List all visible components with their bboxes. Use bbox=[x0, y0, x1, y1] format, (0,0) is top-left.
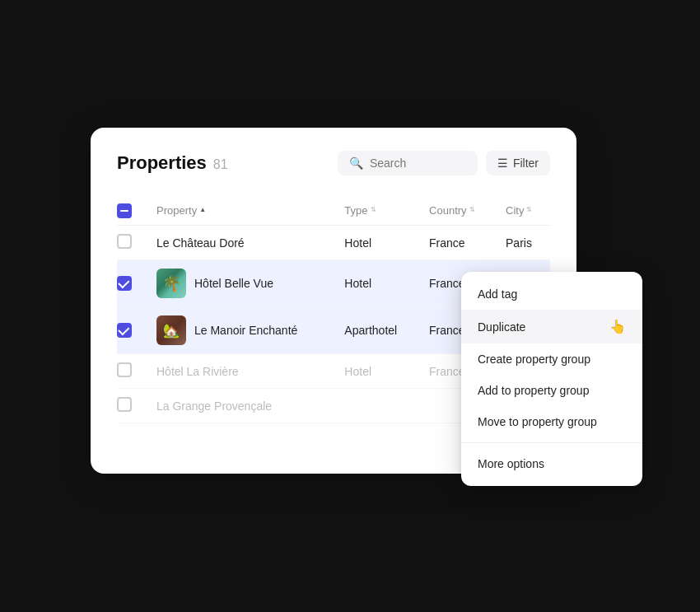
property-name: Hôtel Belle Vue bbox=[194, 277, 273, 290]
row-type-cell: Hotel bbox=[334, 260, 419, 307]
row-checkbox[interactable] bbox=[117, 234, 132, 249]
row-property-cell: Hôtel Belle Vue bbox=[147, 260, 334, 307]
col-country-label: Country bbox=[429, 204, 467, 217]
col-property[interactable]: Property ▲ bbox=[147, 195, 334, 226]
row-type-cell: Aparthotel bbox=[334, 307, 419, 354]
context-menu-add-tag[interactable]: Add tag bbox=[461, 278, 642, 310]
property-thumbnail bbox=[156, 269, 186, 298]
sort-icon-type: ⇅ bbox=[371, 207, 376, 213]
row-type-cell: Hotel bbox=[334, 354, 419, 389]
context-menu-add-tag-label: Add tag bbox=[478, 287, 517, 301]
search-input[interactable] bbox=[370, 157, 466, 170]
property-name: Le Château Doré bbox=[156, 236, 245, 250]
row-city-cell: Paris bbox=[496, 226, 550, 260]
property-name: Hôtel La Rivière bbox=[156, 365, 239, 378]
context-menu-add-to-group[interactable]: Add to property group bbox=[461, 375, 642, 406]
context-menu-duplicate[interactable]: Duplicate 👆 bbox=[461, 310, 642, 343]
sort-icon-property: ▲ bbox=[199, 207, 206, 213]
select-all-checkbox[interactable] bbox=[117, 203, 132, 218]
row-type-cell bbox=[334, 389, 419, 423]
row-checkbox-cell[interactable] bbox=[117, 354, 147, 389]
context-menu-more-options[interactable]: More options bbox=[461, 448, 642, 479]
row-checkbox[interactable] bbox=[117, 362, 132, 377]
row-checkbox[interactable] bbox=[117, 323, 132, 338]
col-type-label: Type bbox=[344, 204, 367, 217]
row-checkbox-cell[interactable] bbox=[117, 260, 147, 307]
col-country[interactable]: Country ⇅ bbox=[419, 195, 496, 226]
row-checkbox-cell[interactable] bbox=[117, 389, 147, 423]
row-country-cell: France bbox=[419, 226, 496, 260]
table-header-row: Property ▲ Type ⇅ Country ⇅ bbox=[117, 195, 550, 226]
context-menu-duplicate-label: Duplicate bbox=[478, 320, 525, 334]
title-area: Properties 81 bbox=[117, 152, 228, 174]
context-menu-add-to-group-label: Add to property group bbox=[478, 384, 589, 397]
table-row: Le Château Doré Hotel France Paris bbox=[117, 226, 550, 260]
search-icon: 🔍 bbox=[349, 157, 363, 170]
panel-header: Properties 81 🔍 ☰ Filter bbox=[117, 151, 550, 175]
col-type[interactable]: Type ⇅ bbox=[334, 195, 419, 226]
search-box[interactable]: 🔍 bbox=[338, 151, 478, 175]
sort-icon-country: ⇅ bbox=[469, 207, 475, 213]
row-checkbox[interactable] bbox=[117, 276, 132, 291]
property-thumbnail bbox=[156, 315, 186, 345]
row-type-cell: Hotel bbox=[334, 226, 419, 260]
col-city[interactable]: City ⇅ bbox=[496, 195, 550, 226]
header-checkbox-col[interactable] bbox=[117, 195, 147, 226]
filter-icon: ☰ bbox=[497, 157, 508, 170]
context-menu-divider bbox=[461, 442, 642, 443]
context-menu-move-to-group[interactable]: Move to property group bbox=[461, 406, 642, 437]
filter-label: Filter bbox=[513, 157, 539, 170]
page-count: 81 bbox=[213, 157, 228, 172]
context-menu: Add tag Duplicate 👆 Create property grou… bbox=[461, 272, 642, 486]
col-city-label: City bbox=[506, 204, 524, 217]
context-menu-move-to-group-label: Move to property group bbox=[478, 415, 597, 428]
filter-button[interactable]: ☰ Filter bbox=[486, 151, 550, 175]
context-menu-create-group[interactable]: Create property group bbox=[461, 343, 642, 375]
context-menu-create-group-label: Create property group bbox=[478, 353, 590, 366]
context-menu-more-options-label: More options bbox=[478, 457, 544, 470]
property-name: La Grange Provençale bbox=[156, 399, 272, 413]
header-actions: 🔍 ☰ Filter bbox=[338, 151, 550, 175]
cursor-icon: 👆 bbox=[609, 319, 626, 334]
row-property-cell: La Grange Provençale bbox=[147, 389, 334, 423]
row-checkbox[interactable] bbox=[117, 397, 132, 412]
row-property-cell: Hôtel La Rivière bbox=[147, 354, 334, 389]
sort-icon-city: ⇅ bbox=[526, 207, 532, 213]
page-title: Properties bbox=[117, 152, 207, 174]
row-property-cell: Le Château Doré bbox=[147, 226, 334, 260]
row-checkbox-cell[interactable] bbox=[117, 307, 147, 354]
row-checkbox-cell[interactable] bbox=[117, 226, 147, 260]
col-property-label: Property bbox=[156, 204, 197, 217]
property-name: Le Manoir Enchanté bbox=[194, 324, 297, 337]
row-property-cell: Le Manoir Enchanté bbox=[147, 307, 334, 354]
